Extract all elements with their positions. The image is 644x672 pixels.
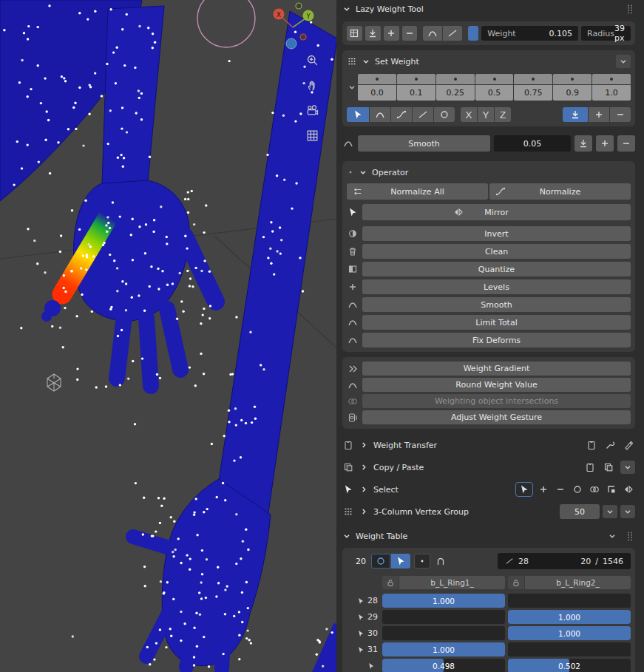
row-index[interactable]: 29 (347, 612, 382, 622)
preset-radio[interactable] (436, 74, 475, 84)
lock-icon[interactable] (382, 576, 399, 589)
preset-0.1-button[interactable]: 0.1 (397, 85, 435, 101)
operator-header[interactable]: Operator (347, 166, 631, 179)
chevron-right-icon[interactable] (359, 485, 368, 494)
normalize-all-button[interactable]: Normalize All (347, 183, 488, 200)
constant-falloff-icon[interactable] (443, 26, 462, 41)
paste-icon[interactable] (583, 461, 597, 474)
preset-0.25-button[interactable]: 0.25 (436, 85, 475, 101)
drag-grip-icon[interactable] (625, 531, 635, 541)
gizmo-z-axis[interactable] (286, 38, 296, 49)
preset-0.75-button[interactable]: 0.75 (514, 85, 552, 101)
weight-cell[interactable] (382, 626, 505, 640)
drag-grip-icon[interactable] (625, 4, 635, 14)
add-weight-icon[interactable] (589, 107, 609, 122)
curve-linear-icon[interactable] (413, 107, 433, 122)
select-circle-icon[interactable] (571, 483, 584, 496)
copy-doc-icon[interactable] (602, 461, 615, 474)
set-weight-header[interactable]: Set Weight (347, 55, 631, 68)
row-index[interactable]: 31 (347, 645, 382, 654)
preset-radio[interactable] (397, 74, 435, 84)
smooth-button[interactable]: Smooth (358, 135, 490, 152)
weight-cell[interactable]: 1.000 (508, 626, 631, 640)
chevron-right-icon[interactable] (359, 441, 368, 449)
assign-weight-icon[interactable] (563, 107, 588, 122)
weight-cell[interactable]: 0.502 (508, 659, 631, 672)
smooth-falloff-icon[interactable] (423, 26, 442, 41)
panel-header[interactable]: Lazy Weight Tool (342, 1, 635, 16)
weight-table-row[interactable]: 301.000 (347, 626, 631, 640)
weight-cell[interactable]: 1.000 (382, 594, 505, 608)
deform-bones-icon[interactable] (434, 554, 447, 568)
transfer-paste-icon[interactable] (585, 438, 598, 452)
accent-toggle-icon[interactable] (468, 26, 478, 41)
column-ring1[interactable]: b_L_Ring1_ (399, 576, 505, 589)
row-index[interactable] (347, 662, 382, 670)
weight-table-row[interactable]: 0.4980.502 (347, 659, 631, 672)
weight-table-row[interactable]: 291.000 (347, 610, 631, 624)
select-active-icon[interactable] (515, 482, 533, 497)
assign-down-icon[interactable] (365, 26, 381, 41)
mirror-button[interactable]: Mirror (362, 204, 631, 220)
table-stats-field[interactable]: 28 20 / 1546 (498, 553, 631, 569)
preset-0.5-button[interactable]: 0.5 (475, 85, 514, 101)
invert-button[interactable]: Invert (362, 226, 631, 241)
weight-table-dropdown[interactable] (606, 529, 619, 543)
row-index[interactable]: 28 (347, 596, 382, 605)
set-weight-options-dropdown[interactable] (616, 55, 631, 68)
active-brush-icon[interactable] (347, 107, 369, 122)
pan-hand-icon[interactable] (303, 77, 321, 93)
select-corner-icon[interactable] (605, 483, 618, 496)
3d-viewport[interactable]: X Y (0, 0, 336, 672)
column-ring2[interactable]: b_L_Ring2_ (525, 576, 631, 589)
weighting-intersections-button[interactable]: Weighting object intersections (362, 394, 631, 408)
axis-z-button[interactable]: Z (495, 107, 511, 122)
weight-table-row[interactable]: 281.000 (347, 594, 631, 608)
weight-cell[interactable] (382, 610, 505, 624)
curve-s-icon[interactable] (391, 107, 412, 122)
select-minus-icon[interactable] (554, 483, 567, 496)
curve-smooth-icon[interactable] (370, 107, 390, 122)
vertex-group-dropdown[interactable] (603, 505, 617, 518)
normalize-button[interactable]: Normalize (489, 183, 631, 200)
preset-radio[interactable] (358, 74, 396, 84)
preset-radio[interactable] (592, 74, 631, 84)
dot-filter-icon[interactable] (414, 554, 430, 569)
smooth-op-button[interactable]: Smooth (362, 297, 631, 312)
axis-x-button[interactable]: X (461, 107, 477, 122)
smooth-minus-icon[interactable] (617, 135, 635, 152)
lock-icon[interactable] (508, 576, 524, 589)
weight-cell[interactable] (508, 642, 631, 656)
chevron-right-icon[interactable] (359, 507, 368, 516)
vertex-group-row[interactable]: 3-Column Vertex Group 50 (342, 501, 635, 522)
fix-deforms-button[interactable]: Fix Deforms (362, 333, 631, 347)
overlay-box-icon[interactable] (347, 26, 362, 41)
weight-table-row[interactable]: 311.000 (347, 642, 631, 656)
axis-y-button[interactable]: Y (478, 107, 494, 122)
subtract-icon[interactable] (402, 26, 418, 41)
curve-sphere-icon[interactable] (434, 107, 455, 122)
grid-toggle-icon[interactable] (303, 127, 321, 143)
preset-radio[interactable] (514, 74, 552, 84)
weight-transfer-row[interactable]: Weight Transfer (342, 435, 635, 455)
preset-expand-icon[interactable] (347, 74, 356, 101)
weight-field[interactable]: Weight 0.105 (481, 26, 578, 41)
levels-button[interactable]: Levels (362, 279, 631, 294)
select-mirror-icon[interactable] (622, 483, 635, 496)
apply-smooth-icon[interactable] (574, 135, 592, 152)
weight-cell[interactable]: 1.000 (508, 610, 631, 624)
preset-1.0-button[interactable]: 1.0 (592, 85, 631, 101)
wrench-icon[interactable] (603, 438, 617, 452)
weight-cell[interactable]: 1.000 (382, 642, 505, 656)
weight-cell[interactable]: 0.498 (382, 659, 505, 672)
clean-button[interactable]: Clean (362, 244, 631, 259)
filter-selected-icon[interactable] (391, 554, 410, 569)
preset-radio[interactable] (475, 74, 514, 84)
select-intersect-icon[interactable] (588, 483, 601, 496)
weight-gradient-button[interactable]: Weight Gradient (362, 362, 631, 376)
adjust-weight-gesture-button[interactable]: Adjust Weight Gesture (362, 410, 631, 424)
select-plus-icon[interactable] (537, 483, 550, 496)
round-weight-value-button[interactable]: Round Weight Value (362, 378, 631, 392)
weight-table-header[interactable]: Weight Table (342, 529, 635, 543)
preset-radio[interactable] (553, 74, 592, 84)
